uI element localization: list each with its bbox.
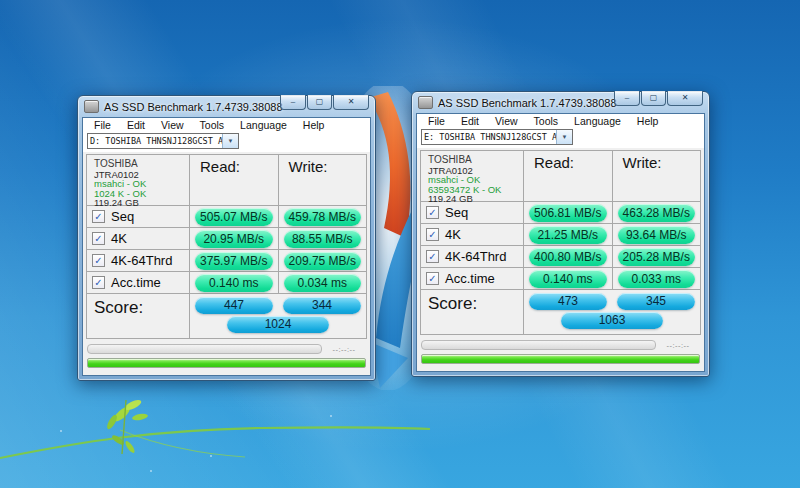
- read-column-header: Read:: [190, 155, 279, 206]
- checkbox-4k[interactable]: ✓: [92, 232, 105, 245]
- drive-select-row: E: TOSHIBA THNSNJ128GCST ATA Device ▼: [417, 128, 704, 148]
- menu-language[interactable]: Language: [566, 115, 629, 127]
- close-button-icon[interactable]: ✕: [333, 95, 369, 110]
- progress-bar-complete: [421, 354, 700, 364]
- row-label-seq: Seq: [111, 209, 134, 224]
- progress-bar: [87, 344, 322, 354]
- checkbox-4k[interactable]: ✓: [426, 228, 439, 241]
- row-seq: ✓ Seq: [87, 206, 190, 228]
- drive-vendor: TOSHIBA: [428, 155, 523, 165]
- menu-help[interactable]: Help: [295, 119, 333, 131]
- drive-select-value: E: TOSHIBA THNSNJ128GCST ATA Device: [422, 130, 556, 144]
- abort-button[interactable]: Abort: [289, 375, 371, 376]
- row-label-4k: 4K: [445, 227, 461, 242]
- desktop-background: AS SSD Benchmark 1.7.4739.38088 – ▢ ✕ Fi…: [0, 0, 800, 488]
- leaf-cluster: [105, 398, 148, 454]
- menu-edit[interactable]: Edit: [119, 119, 153, 131]
- score-area: 447 344 1024: [190, 294, 367, 339]
- score-read-value: 447: [195, 297, 273, 314]
- start-button[interactable]: Start: [465, 371, 573, 372]
- menu-view[interactable]: View: [487, 115, 526, 127]
- row-4k64thrd: ✓ 4K-64Thrd: [87, 250, 190, 272]
- checkbox-4k64thrd[interactable]: ✓: [92, 254, 105, 267]
- maximize-button-icon[interactable]: ▢: [307, 95, 332, 110]
- row-label-4k: 4K: [111, 231, 127, 246]
- maximize-button-icon[interactable]: ▢: [641, 91, 666, 106]
- score-write-value: 345: [617, 293, 695, 310]
- drive-select-row: D: TOSHIBA THNSNJ128GCST ATA Device ▼: [83, 132, 370, 152]
- score-read-value: 473: [529, 293, 607, 310]
- menu-bar: File Edit View Tools Language Help: [83, 118, 370, 132]
- acctime-write-value: 0.034 ms: [284, 274, 362, 292]
- menu-edit[interactable]: Edit: [453, 115, 487, 127]
- wallpaper-vine-decoration: [0, 392, 430, 474]
- caption-buttons: – ▢ ✕: [279, 95, 369, 110]
- row-seq: ✓ Seq: [421, 202, 524, 224]
- seq-read-value: 506.81 MB/s: [529, 204, 607, 222]
- drive-select-value: D: TOSHIBA THNSNJ128GCST ATA Device: [88, 134, 222, 148]
- 4k64thrd-write-value: 209.75 MB/s: [284, 252, 362, 270]
- chevron-down-icon[interactable]: ▼: [222, 134, 238, 148]
- minimize-button-icon[interactable]: –: [280, 95, 306, 110]
- elapsed-time-text: --:--:--: [656, 341, 700, 350]
- score-total-value: 1024: [227, 316, 329, 333]
- write-column-header: Write:: [613, 151, 702, 202]
- score-label: Score:: [421, 290, 524, 335]
- results-grid: TOSHIBA JTRA0102 msahci - OK 63593472 K …: [420, 150, 701, 335]
- 4k-write-value: 93.64 MB/s: [618, 226, 696, 244]
- drive-select[interactable]: E: TOSHIBA THNSNJ128GCST ATA Device ▼: [421, 129, 573, 145]
- menu-help[interactable]: Help: [629, 115, 667, 127]
- chevron-down-icon[interactable]: ▼: [556, 130, 572, 144]
- row-acctime: ✓ Acc.time: [87, 272, 190, 294]
- menu-file[interactable]: File: [420, 115, 453, 127]
- checkbox-4k64thrd[interactable]: ✓: [426, 250, 439, 263]
- read-column-header: Read:: [524, 151, 613, 202]
- close-button-icon[interactable]: ✕: [667, 91, 703, 106]
- menu-view[interactable]: View: [153, 119, 192, 131]
- row-label-4k64thrd: 4K-64Thrd: [111, 253, 172, 268]
- checkbox-seq[interactable]: ✓: [426, 206, 439, 219]
- write-column-header: Write:: [279, 155, 368, 206]
- menu-language[interactable]: Language: [232, 119, 295, 131]
- window-client-area: File Edit View Tools Language Help E: TO…: [416, 113, 705, 372]
- checkbox-acctime[interactable]: ✓: [426, 272, 439, 285]
- progress-bar-complete: [87, 358, 366, 368]
- 4k64thrd-read-value: 400.80 MB/s: [529, 248, 607, 266]
- acctime-read-value: 0.140 ms: [529, 270, 607, 288]
- seq-write-value: 459.78 MB/s: [284, 208, 362, 226]
- titlebar[interactable]: AS SSD Benchmark 1.7.4739.38088 – ▢ ✕: [82, 96, 371, 117]
- app-icon: [418, 96, 433, 109]
- row-label-4k64thrd: 4K-64Thrd: [445, 249, 506, 264]
- seq-read-value: 505.07 MB/s: [195, 208, 273, 226]
- acctime-write-value: 0.033 ms: [618, 270, 696, 288]
- menu-tools[interactable]: Tools: [526, 115, 567, 127]
- row-label-acctime: Acc.time: [445, 271, 495, 286]
- score-label: Score:: [87, 294, 190, 339]
- start-button[interactable]: Start: [131, 375, 239, 376]
- 4k-write-value: 88.55 MB/s: [284, 230, 362, 248]
- titlebar[interactable]: AS SSD Benchmark 1.7.4739.38088 – ▢ ✕: [416, 92, 705, 113]
- row-acctime: ✓ Acc.time: [421, 268, 524, 290]
- minimize-button-icon[interactable]: –: [614, 91, 640, 106]
- assd-benchmark-window-2: AS SSD Benchmark 1.7.4739.38088 – ▢ ✕ Fi…: [411, 91, 710, 377]
- checkbox-acctime[interactable]: ✓: [92, 276, 105, 289]
- score-write-value: 344: [283, 297, 361, 314]
- row-4k: ✓ 4K: [421, 224, 524, 246]
- assd-benchmark-window-1: AS SSD Benchmark 1.7.4739.38088 – ▢ ✕ Fi…: [77, 95, 376, 381]
- checkbox-seq[interactable]: ✓: [92, 210, 105, 223]
- window-title: AS SSD Benchmark 1.7.4739.38088: [438, 97, 617, 109]
- menu-bar: File Edit View Tools Language Help: [417, 114, 704, 128]
- row-4k64thrd: ✓ 4K-64Thrd: [421, 246, 524, 268]
- drive-select[interactable]: D: TOSHIBA THNSNJ128GCST ATA Device ▼: [87, 133, 239, 149]
- 4k-read-value: 20.95 MB/s: [195, 230, 273, 248]
- drive-vendor: TOSHIBA: [94, 159, 189, 169]
- progress-bar: [421, 340, 656, 350]
- menu-tools[interactable]: Tools: [192, 119, 233, 131]
- caption-buttons: – ▢ ✕: [613, 91, 703, 106]
- score-total-value: 1063: [561, 312, 663, 329]
- menu-file[interactable]: File: [86, 119, 119, 131]
- 4k64thrd-write-value: 205.28 MB/s: [618, 248, 696, 266]
- score-area: 473 345 1063: [524, 290, 701, 335]
- window-client-area: File Edit View Tools Language Help D: TO…: [82, 117, 371, 376]
- abort-button[interactable]: Abort: [623, 371, 705, 372]
